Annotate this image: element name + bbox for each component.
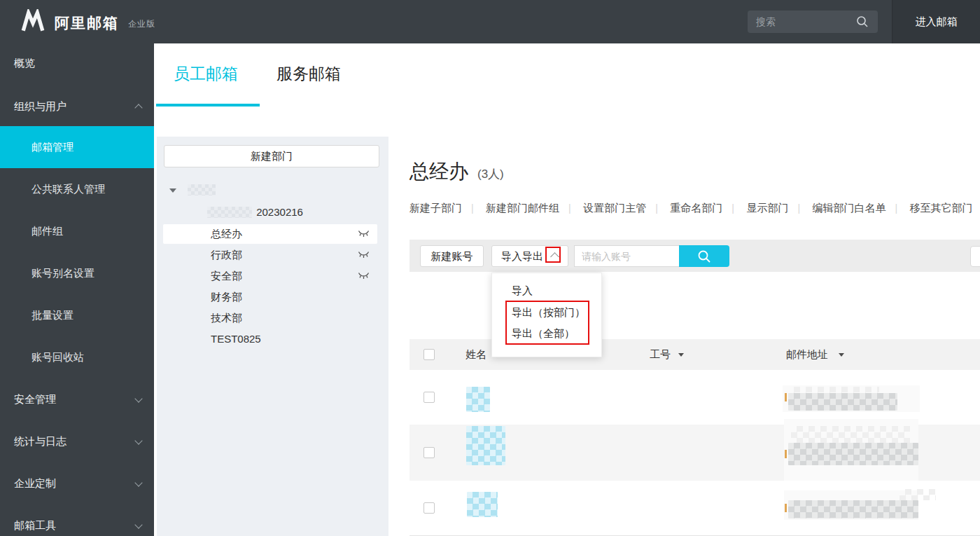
action-show-dept[interactable]: 显示部门 [746,202,788,214]
sidebar-item-security-mgmt[interactable]: 安全管理 [0,389,154,410]
topbar-search-box [748,11,878,33]
hidden-department-eye-icon [358,250,370,263]
department-title: 总经办 [410,158,468,185]
censored-email-mosaic [791,426,910,443]
column-header-employee-id: 工号 [650,348,671,362]
select-all-checkbox[interactable] [424,349,435,360]
table-row[interactable] [410,425,980,481]
topbar-search-input[interactable] [755,11,846,33]
import-export-button[interactable]: 导入导出 [491,245,568,267]
sidebar-item-mail-groups[interactable]: 邮件组 [0,221,154,242]
sidebar-item-mailbox-tools[interactable]: 邮箱工具 [0,515,154,536]
tree-item-admin-dept[interactable]: 行政部 [211,246,242,264]
department-actions: 新建子部门| 新建部门邮件组| 设置部门主管| 重命名部门| 显示部门| 编辑部… [410,202,980,215]
sidebar-item-account-recycle[interactable]: 账号回收站 [0,347,154,368]
tree-item-dated-department[interactable]: 20230216 [207,203,303,221]
menu-item-export-by-dept[interactable]: 导出（按部门） [512,302,585,323]
sidebar-item-public-contacts[interactable]: 公共联系人管理 [0,179,154,200]
account-search-button[interactable] [679,245,729,267]
tree-item-finance-dept[interactable]: 财务部 [211,288,242,306]
new-department-button[interactable]: 新建部门 [164,145,379,167]
sidebar-item-batch-settings[interactable]: 批量设置 [0,305,154,326]
import-export-dropdown: 导入 导出（按部门） 导出（全部） [491,273,602,357]
sort-caret-down-icon[interactable] [678,353,684,357]
caret-up-icon[interactable] [550,252,559,261]
censored-name-prefix [207,207,252,218]
brand-title: 阿里邮箱 [55,13,119,33]
import-export-label: 导入导出 [501,250,543,262]
tree-item-label: 20230216 [256,206,303,218]
tab-service-mailbox[interactable]: 服务邮箱 [276,63,341,85]
triangle-down-icon[interactable] [169,188,176,193]
censored-email-mosaic [788,500,918,518]
sidebar-item-overview[interactable]: 概览 [0,53,154,74]
censored-root-department[interactable] [188,184,216,195]
sidebar-item-mailbox-mgmt[interactable]: 邮箱管理 [0,126,154,168]
account-search-input[interactable] [574,245,679,267]
sidebar-item-label: 邮箱管理 [31,137,74,158]
action-rename-dept[interactable]: 重命名部门 [670,202,722,214]
tab-employee-mailbox[interactable]: 员工邮箱 [174,63,238,85]
censored-email-mosaic [899,489,936,500]
action-new-dept-mailgroup[interactable]: 新建部门邮件组 [486,202,559,214]
sidebar-item-enterprise-custom[interactable]: 企业定制 [0,473,154,494]
menu-item-export-all[interactable]: 导出（全部） [512,323,575,344]
hidden-department-eye-icon [358,229,370,242]
department-member-count: (3人) [477,166,504,182]
alimail-logo-icon [18,9,48,37]
table-row[interactable] [410,481,980,536]
sort-caret-down-icon[interactable] [839,353,844,357]
active-tab-underline [156,104,260,106]
separator: | [895,202,897,214]
toolbar-overflow-button[interactable] [970,246,980,267]
censored-name-mosaic [467,492,498,517]
sidebar-item-org-users[interactable]: 组织与用户 [0,96,154,117]
censored-name-mosaic [466,387,490,412]
sidebar-item-account-alias[interactable]: 账号别名设置 [0,263,154,284]
hidden-department-eye-icon [358,271,370,284]
row-checkbox[interactable] [424,447,435,458]
censored-email-mosaic [788,443,918,465]
row-checkbox[interactable] [424,392,435,403]
table-row[interactable] [410,370,980,425]
tree-item-selected-bg[interactable] [163,224,377,244]
tree-item-general-office[interactable]: 总经办 [211,225,242,243]
magnifier-icon[interactable] [855,15,869,32]
separator: | [471,202,474,214]
tree-item-security-dept[interactable]: 安全部 [211,267,242,285]
tree-item-test0825[interactable]: TEST0825 [211,330,261,348]
action-new-subdepartment[interactable]: 新建子部门 [410,202,462,214]
separator: | [655,202,658,214]
censored-email-mark [785,450,787,458]
new-account-button[interactable]: 新建账号 [420,245,484,267]
censored-email-mark [785,393,787,401]
separator: | [732,202,734,214]
topbar: 阿里邮箱 企业版 进入邮箱 [0,0,980,43]
separator: | [568,202,571,214]
censored-name-mosaic [466,426,505,465]
action-set-dept-manager[interactable]: 设置部门主管 [583,202,646,214]
department-tree-panel [157,137,388,536]
menu-item-import[interactable]: 导入 [512,280,533,301]
column-header-email: 邮件地址 [786,348,828,362]
censored-email-mosaic [788,393,897,411]
row-checkbox[interactable] [424,502,435,514]
action-move-to-other-dept[interactable]: 移至其它部门 [910,202,973,214]
column-header-name: 姓名 [465,348,486,362]
sidebar-item-stats-logs[interactable]: 统计与日志 [0,431,154,452]
sidebar: 概览 组织与用户 邮箱管理 公共联系人管理 邮件组 账号别名设置 批量设置 账号… [0,43,154,536]
censored-email-mark [785,504,787,512]
brand-edition: 企业版 [128,18,155,30]
enter-mailbox-button[interactable]: 进入邮箱 [892,0,980,43]
tree-item-tech-dept[interactable]: 技术部 [211,309,242,327]
action-edit-dept-whitelist[interactable]: 编辑部门白名单 [812,202,886,214]
separator: | [797,202,800,214]
